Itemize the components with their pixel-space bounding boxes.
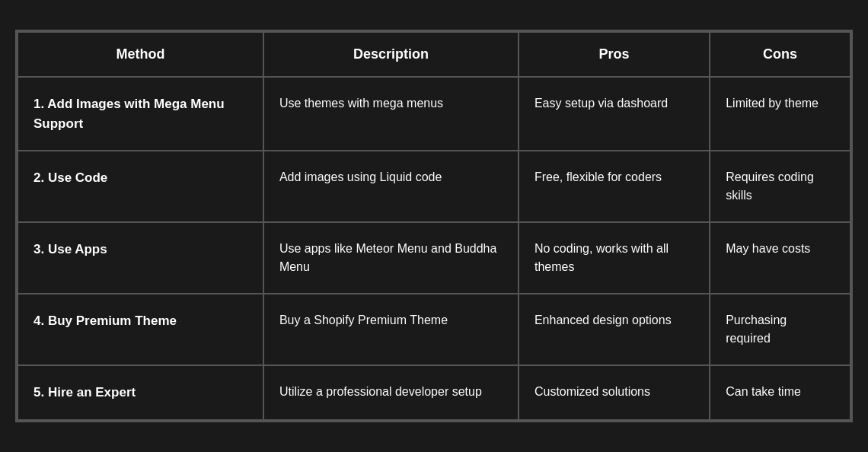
row-2-description: Add images using Liquid code bbox=[263, 151, 519, 222]
row-1-description: Use themes with mega menus bbox=[263, 77, 519, 151]
row-1-method: 1. Add Images with Mega Menu Support bbox=[18, 77, 263, 151]
row-1-cons: Limited by theme bbox=[710, 77, 850, 151]
header-description: Description bbox=[263, 32, 519, 77]
table-row: 1. Add Images with Mega Menu Support Use… bbox=[18, 77, 850, 151]
table-row: 4. Buy Premium Theme Buy a Shopify Premi… bbox=[18, 294, 850, 365]
row-3-method: 3. Use Apps bbox=[18, 222, 263, 294]
comparison-table: Method Description Pros Cons 1. Add Imag… bbox=[17, 31, 851, 421]
table-header-row: Method Description Pros Cons bbox=[18, 32, 850, 77]
row-5-pros: Customized solutions bbox=[519, 365, 710, 420]
row-5-method: 5. Hire an Expert bbox=[18, 365, 263, 420]
table-row: 3. Use Apps Use apps like Meteor Menu an… bbox=[18, 222, 850, 294]
row-3-description: Use apps like Meteor Menu and Buddha Men… bbox=[263, 222, 519, 294]
row-4-description: Buy a Shopify Premium Theme bbox=[263, 294, 519, 365]
header-pros: Pros bbox=[519, 32, 710, 77]
row-1-pros: Easy setup via dashoard bbox=[519, 77, 710, 151]
comparison-table-wrapper: Method Description Pros Cons 1. Add Imag… bbox=[15, 30, 853, 422]
table-row: 5. Hire an Expert Utilize a professional… bbox=[18, 365, 850, 420]
row-5-description: Utilize a professional developer setup bbox=[263, 365, 519, 420]
row-4-method: 4. Buy Premium Theme bbox=[18, 294, 263, 365]
table-row: 2. Use Code Add images using Liquid code… bbox=[18, 151, 850, 222]
row-2-cons: Requires coding skills bbox=[710, 151, 850, 222]
row-3-cons: May have costs bbox=[710, 222, 850, 294]
row-5-cons: Can take time bbox=[710, 365, 850, 420]
header-method: Method bbox=[18, 32, 263, 77]
header-cons: Cons bbox=[710, 32, 850, 77]
row-4-cons: Purchasing required bbox=[710, 294, 850, 365]
row-4-pros: Enhanced design options bbox=[519, 294, 710, 365]
row-2-pros: Free, flexible for coders bbox=[519, 151, 710, 222]
row-3-pros: No coding, works with all themes bbox=[519, 222, 710, 294]
row-2-method: 2. Use Code bbox=[18, 151, 263, 222]
